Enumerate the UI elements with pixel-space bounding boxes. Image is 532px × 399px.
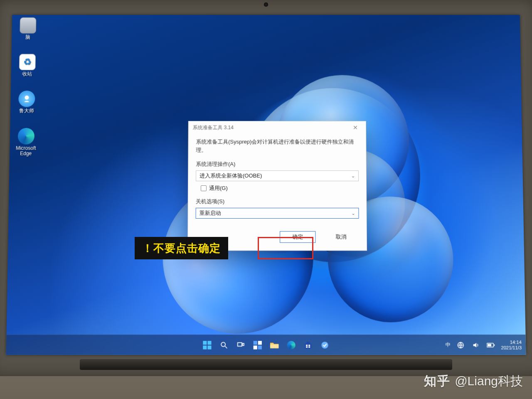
svg-rect-24 (488, 344, 491, 346)
svg-rect-9 (254, 341, 257, 345)
svg-rect-13 (270, 344, 278, 348)
generalize-checkbox[interactable]: 通用(G) (201, 185, 359, 192)
svg-rect-12 (258, 345, 262, 349)
edge-taskbar-icon[interactable] (286, 340, 296, 350)
dialog-title: 系统准备工具 3.14 (193, 124, 234, 131)
clock[interactable]: 14:14 2021/11/3 (501, 340, 522, 350)
svg-rect-11 (254, 345, 257, 349)
shutdown-option-label: 关机选项(S) (196, 198, 359, 205)
search-icon[interactable] (219, 340, 229, 350)
dialog-description: 系统准备工具(Sysprep)会对计算机进行准备以便进行硬件独立和清理。 (196, 138, 358, 154)
annotation-caption: ！不要点击确定 (135, 237, 228, 259)
chevron-down-icon: ⌄ (351, 173, 355, 179)
desktop-icon-label: 收站 (22, 71, 32, 77)
edge-icon (18, 128, 35, 144)
checkbox-icon (201, 185, 207, 191)
svg-rect-15 (306, 342, 310, 343)
svg-rect-19 (308, 346, 310, 347)
desktop-icon-edge[interactable]: Microsoft Edge (11, 128, 41, 156)
ludashi-icon (18, 91, 35, 107)
svg-rect-14 (305, 343, 311, 348)
cleanup-action-label: 系统清理操作(A) (196, 160, 359, 168)
svg-rect-16 (306, 345, 308, 346)
svg-rect-7 (238, 342, 242, 346)
svg-rect-3 (203, 345, 207, 349)
taskview-icon[interactable] (236, 340, 246, 350)
ok-button-label: 确定 (292, 233, 303, 241)
svg-line-6 (225, 346, 227, 348)
clock-time: 14:14 (501, 340, 522, 345)
shutdown-option-value: 重新启动 (200, 209, 221, 217)
desktop-icon-label: 脑 (25, 35, 30, 40)
computer-icon (20, 17, 36, 34)
shutdown-option-combo[interactable]: 重新启动 ⌄ (196, 208, 359, 219)
close-icon[interactable]: ✕ (349, 124, 362, 131)
generalize-label: 通用(G) (209, 185, 228, 192)
desktop-icon-label: 鲁大师 (19, 108, 34, 114)
dialog-titlebar[interactable]: 系统准备工具 3.14 ✕ (189, 121, 366, 134)
battery-icon[interactable] (486, 340, 496, 350)
svg-rect-4 (207, 345, 211, 349)
chevron-down-icon: ⌄ (351, 210, 355, 216)
desktop-icon-ludashi[interactable]: 鲁大师 (12, 91, 42, 113)
app-icon[interactable] (320, 340, 330, 350)
cleanup-action-combo[interactable]: 进入系统全新体验(OOBE) ⌄ (196, 170, 359, 181)
cancel-button[interactable]: 取消 (323, 231, 359, 243)
volume-icon[interactable] (470, 340, 481, 350)
svg-rect-17 (308, 345, 310, 346)
desktop-icon-label: Microsoft Edge (11, 145, 40, 156)
laptop-hinge (80, 359, 452, 370)
watermark-site: 知乎 (424, 373, 451, 390)
cleanup-action-value: 进入系统全新体验(OOBE) (200, 172, 262, 180)
desktop-icon-computer[interactable]: 脑 (13, 17, 42, 40)
explorer-icon[interactable] (269, 340, 279, 350)
svg-rect-1 (203, 341, 207, 345)
recycle-icon: ♻ (19, 54, 36, 70)
screen: 脑 ♻ 收站 鲁大师 Microsoft Edge 系统准备工具 3.14 ✕ (6, 15, 526, 355)
svg-rect-8 (243, 343, 244, 345)
svg-point-5 (221, 342, 225, 346)
taskbar: 中 14:14 2021/11/3 (6, 335, 526, 355)
sysprep-dialog: 系统准备工具 3.14 ✕ 系统准备工具(Sysprep)会对计算机进行准备以便… (187, 121, 367, 251)
svg-rect-23 (494, 344, 495, 346)
svg-point-20 (321, 342, 328, 348)
cancel-button-label: 取消 (336, 233, 347, 241)
svg-rect-2 (207, 341, 211, 345)
watermark-handle: @Liang科技 (455, 373, 523, 390)
clock-date: 2021/11/3 (501, 345, 522, 350)
ime-indicator[interactable]: 中 (446, 341, 451, 348)
network-icon[interactable] (456, 340, 466, 350)
svg-rect-18 (306, 346, 308, 347)
widgets-icon[interactable] (253, 340, 263, 350)
desktop-icon-recycle[interactable]: ♻ 收站 (13, 54, 42, 77)
svg-rect-10 (258, 341, 262, 345)
start-button[interactable] (202, 340, 212, 350)
svg-point-0 (25, 96, 29, 100)
webcam-dot (264, 2, 268, 7)
store-icon[interactable] (303, 340, 313, 350)
ok-button[interactable]: 确定 (280, 231, 315, 243)
watermark: 知乎 @Liang科技 (424, 373, 523, 390)
